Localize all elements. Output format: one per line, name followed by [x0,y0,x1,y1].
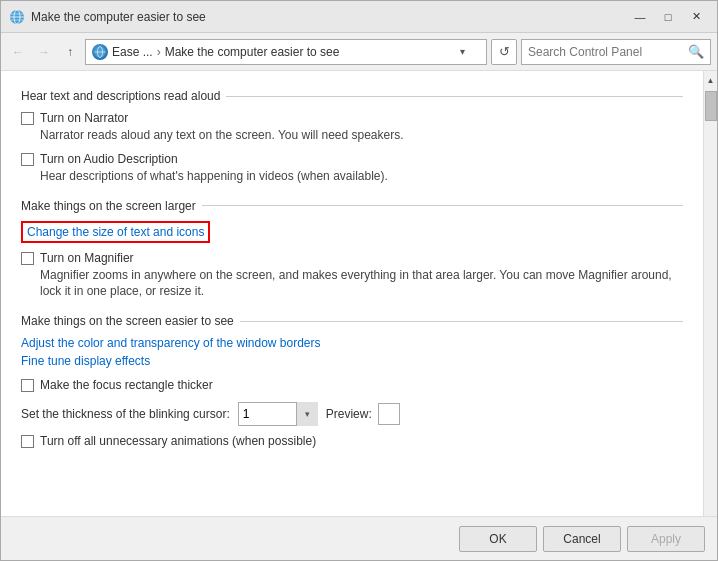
refresh-button[interactable]: ↺ [491,39,517,65]
preview-label: Preview: [326,407,372,421]
scroll-up-arrow[interactable]: ▲ [704,71,718,89]
magnifier-label: Turn on Magnifier [40,251,134,265]
audio-desc-row: Turn on Audio Description [21,152,683,166]
focus-rect-label: Make the focus rectangle thicker [40,378,213,392]
section-hear-header: Hear text and descriptions read aloud [21,89,683,103]
address-bar: ← → ↑ Ease ... › Make the computer easie… [1,33,717,71]
cursor-thickness-row: Set the thickness of the blinking cursor… [21,402,683,426]
globe-icon [92,44,108,60]
address-path: Ease ... › Make the computer easier to s… [85,39,487,65]
scroll-thumb[interactable] [705,91,717,121]
animations-checkbox[interactable] [21,435,34,448]
close-button[interactable]: ✕ [683,6,709,28]
animations-row: Turn off all unnecessary animations (whe… [21,434,683,448]
minimize-button[interactable]: — [627,6,653,28]
cancel-button[interactable]: Cancel [543,526,621,552]
search-icon[interactable]: 🔍 [688,44,704,59]
adjust-color-link[interactable]: Adjust the color and transparency of the… [21,336,321,350]
cursor-preview [378,403,400,425]
narrator-label: Turn on Narrator [40,111,128,125]
narrator-checkbox[interactable] [21,112,34,125]
adjust-color-link-block: Adjust the color and transparency of the… [21,336,683,350]
window-title: Make the computer easier to see [31,10,627,24]
preview-box: Preview: [326,403,400,425]
title-bar: Make the computer easier to see — □ ✕ [1,1,717,33]
cursor-thickness-select[interactable]: 1 2 3 4 5 [238,402,318,426]
cursor-select-wrapper: 1 2 3 4 5 ▾ [238,402,318,426]
section-larger-header: Make things on the screen larger [21,199,683,213]
narrator-description: Narrator reads aloud any text on the scr… [40,127,683,144]
magnifier-row: Turn on Magnifier [21,251,683,265]
cursor-thickness-label: Set the thickness of the blinking cursor… [21,407,230,421]
fine-tune-link-block: Fine tune display effects [21,354,683,368]
back-button[interactable]: ← [7,41,29,63]
section-easier: Make things on the screen easier to see … [21,314,683,448]
change-size-link[interactable]: Change the size of text and icons [21,221,210,243]
fine-tune-link[interactable]: Fine tune display effects [21,354,150,368]
content-area: Hear text and descriptions read aloud Tu… [1,71,703,516]
ok-button[interactable]: OK [459,526,537,552]
section-hear: Hear text and descriptions read aloud Tu… [21,89,683,185]
path-dropdown-arrow[interactable]: ▾ [460,46,480,57]
audio-desc-description: Hear descriptions of what's happening in… [40,168,683,185]
focus-rect-row: Make the focus rectangle thicker [21,378,683,392]
main-content: Hear text and descriptions read aloud Tu… [1,71,717,516]
maximize-button[interactable]: □ [655,6,681,28]
path-part2: Make the computer easier to see [165,45,340,59]
apply-button[interactable]: Apply [627,526,705,552]
audio-desc-checkbox[interactable] [21,153,34,166]
audio-desc-label: Turn on Audio Description [40,152,178,166]
bottom-bar: OK Cancel Apply [1,516,717,560]
window-icon [9,9,25,25]
section-larger: Make things on the screen larger Change … [21,199,683,301]
scrollbar[interactable]: ▲ [703,71,717,516]
magnifier-checkbox[interactable] [21,252,34,265]
window-controls: — □ ✕ [627,6,709,28]
change-size-link-block: Change the size of text and icons [21,221,683,243]
search-input[interactable] [528,45,684,59]
section-easier-header: Make things on the screen easier to see [21,314,683,328]
magnifier-description: Magnifier zooms in anywhere on the scree… [40,267,683,301]
search-box: 🔍 [521,39,711,65]
up-button[interactable]: ↑ [59,41,81,63]
narrator-row: Turn on Narrator [21,111,683,125]
forward-button[interactable]: → [33,41,55,63]
path-separator: › [157,45,161,59]
animations-label: Turn off all unnecessary animations (whe… [40,434,316,448]
focus-rect-checkbox[interactable] [21,379,34,392]
main-window: Make the computer easier to see — □ ✕ ← … [0,0,718,561]
path-part1: Ease ... [112,45,153,59]
